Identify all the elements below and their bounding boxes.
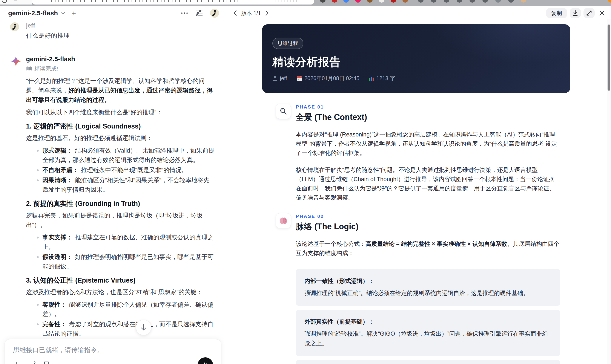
composer: 思维接口已就绪，请传输指令。 — [4, 339, 221, 364]
composer-tools — [13, 361, 49, 364]
list-item: 完备性：考虑了对立的观点和潜在的反证，而不是只选择支持自己结论的证据。 — [37, 320, 215, 338]
arrow-down-icon — [141, 324, 147, 331]
user-icon — [272, 76, 278, 81]
chat-header: gemini-2.5-flash + — [0, 6, 225, 20]
url-icons-partial — [260, 0, 298, 2]
section-lead: 逻辑再完美，如果前提是错误的，推理也是垃圾（即“垃圾进，垃圾出”）。 — [26, 211, 215, 230]
phase-paragraph: 核心情境在于解决“思考的随意性”问题。不论是人类通过批判性思维进行决策，还是大语… — [296, 166, 560, 202]
phase-paragraph: 本内容是对“推理 (Reasoning)”这一抽象概念的高层建模。在知识爆炸与人… — [296, 130, 560, 158]
scroll-to-bottom-button[interactable] — [136, 320, 151, 335]
preview-panel: 版本 1/1 复制 — [225, 6, 611, 364]
meta-datetime: 17 2026年01月08日 02:45 — [296, 75, 359, 82]
fullscreen-button[interactable] — [584, 8, 595, 18]
extension-icon[interactable] — [402, 0, 408, 3]
section-list: 形式逻辑：结构必须有效（Valid）。比如演绎推理中，如果前提全部为真，那么通过… — [26, 146, 215, 195]
download-icon — [572, 10, 578, 16]
chevron-down-icon — [61, 12, 65, 15]
version-label: 版本 1/1 — [241, 10, 261, 17]
extension-icon[interactable] — [343, 0, 349, 3]
user-avatar — [10, 22, 19, 31]
dimension-card: 主体伦理（认识美德）： 转向推理者的心理特征。引入奥卡姆剃刀和反向论证，旨在克服… — [296, 360, 560, 364]
close-icon — [599, 10, 605, 16]
phase-kicker: PHASE 02 — [296, 213, 570, 219]
assistant-status: 精读完成! — [26, 65, 215, 72]
user-avatar[interactable] — [210, 9, 219, 18]
profile-avatar-icon[interactable] — [521, 0, 526, 3]
section-heading: 1. 逻辑的严密性 (Logical Soundness) — [26, 121, 215, 131]
model-settings-icon[interactable] — [195, 10, 203, 16]
extension-icon[interactable] — [320, 0, 325, 3]
prev-version-button[interactable] — [233, 10, 238, 17]
gemini-logo-icon — [10, 55, 22, 67]
card-title: 内部一致性（形式逻辑）： — [305, 277, 552, 285]
scrollbar-thumb[interactable] — [608, 25, 610, 91]
menu-icon[interactable] — [14, 0, 17, 0]
extension-icon[interactable] — [444, 0, 449, 3]
waveform-icon — [202, 361, 209, 364]
extension-icon[interactable] — [457, 0, 462, 3]
extension-icon[interactable] — [391, 0, 396, 3]
extension-icon[interactable] — [431, 0, 437, 3]
voice-input-button[interactable] — [198, 357, 213, 364]
extension-icon[interactable] — [332, 0, 337, 3]
copy-button[interactable]: 复制 — [546, 8, 567, 18]
user-message: jeff 什么是好的推理 — [10, 22, 215, 40]
calendar-icon: 17 — [296, 76, 302, 81]
window-controls-partial — [0, 0, 32, 4]
bar-chart-icon — [369, 76, 374, 81]
phase-title: 脉络 (The Logic) — [296, 221, 570, 232]
report: 思维过程 精读分析报告 jeff — [262, 24, 570, 364]
extension-icon[interactable] — [482, 0, 488, 3]
vertical-scrollbar[interactable] — [607, 19, 611, 364]
download-button[interactable] — [570, 8, 581, 18]
close-preview-button[interactable] — [597, 8, 607, 18]
extension-icon[interactable] — [469, 0, 475, 3]
apps-grid-icon[interactable] — [8, 0, 11, 1]
report-scroll-area: 思维过程 精读分析报告 jeff — [225, 20, 607, 364]
extension-icon[interactable] — [495, 0, 501, 3]
open-book-icon — [26, 66, 32, 71]
url-text-partial — [51, 0, 240, 2]
phase-section-2: PHASE 02 脉络 (The Logic) 该论述基于一个核心公式：高质量结… — [262, 213, 570, 364]
next-version-button[interactable] — [265, 10, 270, 17]
list-item: 不自相矛盾：推理链条中不能出现“既是又非”的情况。 — [37, 166, 215, 175]
extension-icon[interactable] — [367, 0, 372, 3]
phase-section-1: PHASE 01 全景 (The Context) 本内容是对“推理 (Reas… — [262, 104, 570, 202]
chat-input[interactable]: 思维接口已就绪，请传输指令。 — [13, 346, 213, 354]
version-nav: 版本 1/1 — [233, 10, 270, 17]
report-title: 精读分析报告 — [272, 55, 560, 68]
chat-messages: jeff 什么是好的推理 — [0, 20, 225, 364]
extension-icon[interactable] — [418, 0, 424, 3]
phase-title: 全景 (The Context) — [296, 112, 570, 122]
list-item: 客观性：能够识别并尽量排除个人偏见（如幸存者偏差、确认偏差）。 — [37, 300, 215, 319]
meta-author: jeff — [272, 75, 287, 81]
extension-icon[interactable] — [355, 0, 361, 3]
reload-icon[interactable] — [2, 0, 7, 3]
magnifier-icon — [276, 104, 291, 119]
dimension-card: 内部一致性（形式逻辑）： 强调推理的“机械正确”。结论必须在给定的规则系统内逻辑… — [296, 269, 560, 306]
conversation-model-selector[interactable]: gemini-2.5-flash — [8, 10, 58, 17]
extension-icon[interactable] — [508, 0, 514, 3]
section-heading: 2. 前提的真实性 (Grounding in Truth) — [26, 199, 215, 209]
new-chat-button[interactable]: + — [72, 10, 76, 16]
preview-header: 版本 1/1 复制 — [225, 6, 611, 20]
expand-icon — [586, 10, 592, 16]
attach-plus-button[interactable] — [13, 362, 20, 364]
dimensions-lead: 我们可以从以下四个维度来衡量什么是“好的推理”： — [26, 108, 215, 117]
section-lead: 这涉及推理者的心态和方法论，也是区分“杠精”和“思想家”的关键： — [26, 287, 215, 297]
assistant-message: gemini-2.5-flash 精读完成! “什么是好的推理？”这是一个涉及逻… — [10, 55, 215, 364]
preview-actions: 复制 — [546, 8, 607, 18]
browser-address-bar[interactable] — [32, 0, 314, 4]
extension-icon[interactable] — [379, 0, 385, 3]
bookmark-icon[interactable] — [44, 361, 49, 364]
app-window: gemini-2.5-flash + — [0, 6, 611, 364]
chat-header-actions — [181, 9, 219, 18]
extension-icon[interactable] — [608, 0, 611, 3]
message-author: jeff — [26, 22, 215, 29]
list-item: 假设透明：好的推理会明确指明哪些是已知事实，哪些是基于可能的假设。 — [37, 252, 215, 271]
more-options-button[interactable] — [181, 12, 188, 14]
screen: gemini-2.5-flash + — [0, 0, 611, 364]
intro-paragraph: “什么是好的推理？”这是一个涉及逻辑学、认知科学和哲学核心的问题。简单来说，好的… — [26, 76, 215, 105]
section-heading: 3. 认知的公正性 (Epistemic Virtues) — [26, 275, 215, 285]
sparkle-tools-button[interactable] — [31, 361, 38, 364]
